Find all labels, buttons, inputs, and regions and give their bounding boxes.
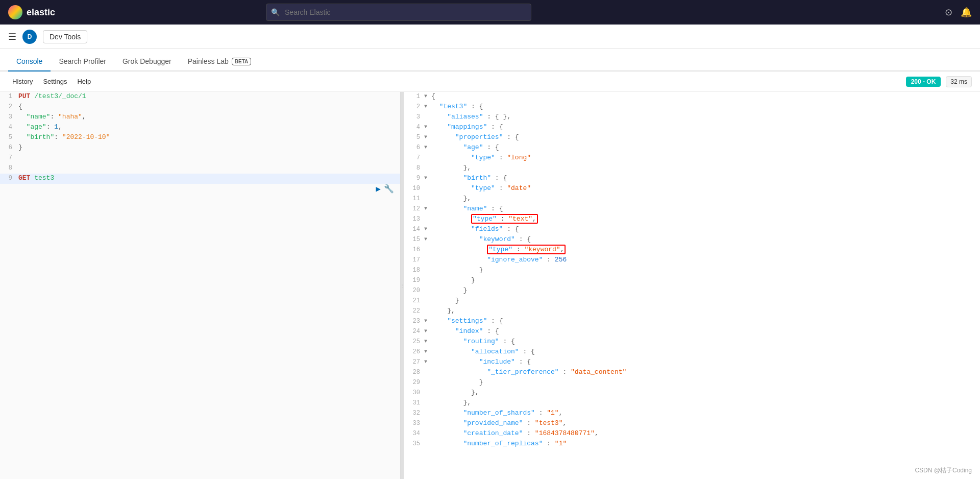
result-line-17: 17 "ignore_above" : 256 [404,255,980,266]
hamburger-menu-icon[interactable]: ☰ [8,31,16,42]
result-line-12: 12 ▼ "name" : { [404,204,980,214]
settings-link[interactable]: Settings [39,76,71,87]
watermark: CSDN @桔子Coding [915,466,972,475]
editor-line-6: 6 } [0,143,400,153]
search-icon: 🔍 [271,8,280,16]
result-line-32: 32 "number_of_shards" : "1", [404,409,980,419]
editor-line-4: 4 "age": 1, [0,123,400,133]
top-bar-icons: ⊙ 🔔 [945,7,972,18]
result-line-20: 20 } [404,286,980,296]
profile-icon[interactable]: ⊙ [945,7,952,18]
result-line-16: 16 "type" : "keyword", [404,245,980,255]
result-line-11: 11 }, [404,194,980,204]
alerts-icon[interactable]: 🔔 [961,7,972,18]
result-line-13: 13 "type" : "text", [404,214,980,225]
right-result-panel[interactable]: 1 ▼ { 2 ▼ "test3" : { 3 "aliases" : { },… [404,92,980,479]
top-nav-bar: elastic 🔍 ⊙ 🔔 [0,0,980,25]
run-button[interactable]: ▶ [376,184,381,194]
result-line-23: 23 ▼ "settings" : { [404,317,980,327]
tab-console-label: Console [16,57,42,65]
main-content: 1 PUT /test3/_doc/1 2 { 3 "name": "haha"… [0,92,980,479]
editor-line-9: 9 GET test3 ▶ 🔧 [0,174,400,184]
user-avatar: D [22,30,37,44]
tab-console[interactable]: Console [8,52,51,71]
red-highlight-13: "type" : "text", [471,214,538,224]
result-line-27: 27 ▼ "include" : { [404,357,980,368]
tab-search-profiler-label: Search Profiler [59,57,106,65]
result-line-15: 15 ▼ "keyword" : { [404,235,980,245]
result-line-30: 30 }, [404,388,980,398]
elastic-logo: elastic [8,5,55,19]
beta-badge: BETA [232,58,251,65]
left-editor-panel[interactable]: 1 PUT /test3/_doc/1 2 { 3 "name": "haha"… [0,92,401,479]
editor-line-2: 2 { [0,102,400,112]
result-line-2: 2 ▼ "test3" : { [404,102,980,112]
elastic-logo-text: elastic [27,7,55,18]
time-badge: 32 ms [946,76,972,87]
result-line-18: 18 } [404,266,980,276]
help-link[interactable]: Help [73,76,95,87]
editor-line-7: 7 [0,153,400,163]
action-bar: History Settings Help 200 - OK 32 ms [0,71,980,92]
result-line-4: 4 ▼ "mappings" : { [404,123,980,133]
result-line-19: 19 } [404,276,980,286]
result-line-33: 33 "provided_name" : "test3", [404,419,980,429]
elastic-logo-icon [8,5,22,19]
result-line-3: 3 "aliases" : { }, [404,112,980,123]
editor-line-8: 8 [0,163,400,174]
result-line-29: 29 } [404,378,980,388]
result-line-7: 7 "type" : "long" [404,153,980,163]
global-search-bar[interactable]: 🔍 [266,4,531,21]
tab-painless-lab[interactable]: Painless Lab BETA [180,52,260,71]
result-line-31: 31 }, [404,398,980,409]
second-bar: ☰ D Dev Tools [0,25,980,49]
tab-search-profiler[interactable]: Search Profiler [51,52,114,71]
result-line-34: 34 "creation_date" : "1684378480771", [404,429,980,439]
dev-tools-button[interactable]: Dev Tools [43,30,87,43]
wrench-button[interactable]: 🔧 [384,184,394,194]
result-line-25: 25 ▼ "routing" : { [404,337,980,347]
result-line-6: 6 ▼ "age" : { [404,143,980,153]
tab-grok-debugger[interactable]: Grok Debugger [114,52,180,71]
result-line-24: 24 ▼ "index" : { [404,327,980,337]
tab-bar: Console Search Profiler Grok Debugger Pa… [0,49,980,71]
result-line-1: 1 ▼ { [404,92,980,102]
result-line-21: 21 } [404,296,980,306]
result-line-35: 35 "number_of_replicas" : "1" [404,439,980,449]
result-line-26: 26 ▼ "allocation" : { [404,347,980,357]
editor-line-1: 1 PUT /test3/_doc/1 [0,92,400,102]
status-badge: 200 - OK [906,77,941,87]
red-highlight-16: "type" : "keyword", [487,245,566,254]
result-line-8: 8 }, [404,163,980,174]
editor-line-3: 3 "name": "haha", [0,112,400,123]
history-link[interactable]: History [8,76,37,87]
result-line-5: 5 ▼ "properties" : { [404,133,980,143]
tab-grok-debugger-label: Grok Debugger [122,57,172,65]
result-line-10: 10 "type" : "date" [404,184,980,194]
editor-line-5: 5 "birth": "2022-10-10" [0,133,400,143]
result-line-22: 22 }, [404,306,980,317]
result-line-28: 28 "_tier_preference" : "data_content" [404,368,980,378]
result-line-9: 9 ▼ "birth" : { [404,174,980,184]
result-line-14: 14 ▼ "fields" : { [404,225,980,235]
search-input[interactable] [266,4,531,21]
tab-painless-lab-label: Painless Lab [188,57,229,65]
